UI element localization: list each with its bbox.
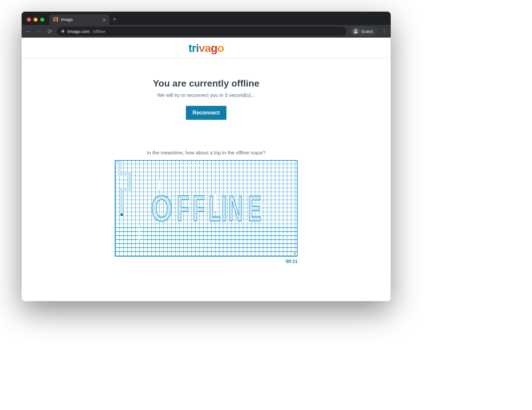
forward-button[interactable]: → (36, 28, 42, 34)
maze-letter: O (151, 190, 173, 227)
browser-chrome: trivago ✕ + ← → ⟳ trivago.com/offline Gu… (22, 12, 391, 38)
maze-timer: 00:11 (115, 259, 298, 264)
maze-trail (120, 187, 123, 214)
menu-button[interactable]: ⋮ (381, 28, 387, 35)
window-zoom-button[interactable] (40, 18, 44, 22)
maze-letter: I (221, 190, 228, 227)
maze-gap (265, 174, 266, 189)
window-controls (24, 18, 48, 25)
maze-container: OFFLINE 00:11 (115, 160, 298, 264)
reconnect-button[interactable]: Reconnect (186, 106, 226, 120)
tab-close-button[interactable]: ✕ (102, 18, 106, 22)
offline-heading: You are currently offline (28, 78, 384, 89)
maze-gap (242, 221, 255, 222)
site-header: trivago (22, 38, 391, 58)
maze-letter: F (177, 190, 190, 227)
maze-goal (294, 253, 296, 255)
offline-panel: You are currently offline We will try to… (22, 58, 391, 126)
maze-letter: F (193, 190, 206, 227)
maze-word: OFFLINE (115, 161, 297, 256)
maze-player (120, 213, 123, 216)
maze-gap (159, 180, 160, 189)
maze-gap (252, 204, 268, 205)
page-content: trivago You are currently offline We wil… (22, 38, 391, 301)
tab-bar: trivago ✕ + (22, 12, 391, 25)
maze-gap (182, 165, 202, 166)
maze-gap (215, 194, 216, 211)
offline-maze[interactable]: OFFLINE (115, 160, 298, 257)
avatar-icon (352, 28, 359, 35)
maze-gap (139, 227, 140, 241)
maze-gap (135, 168, 143, 169)
profile-label: Guest (361, 29, 373, 34)
reload-button[interactable]: ⟳ (46, 28, 53, 35)
logo-part: tri (189, 42, 199, 54)
maze-gap (282, 234, 294, 235)
trivago-logo: trivago (189, 42, 224, 54)
window-minimize-button[interactable] (34, 18, 38, 22)
new-tab-button[interactable]: + (109, 16, 120, 25)
svg-point-0 (355, 30, 357, 31)
maze-intro-text: In the meantime, how about a trip in the… (22, 150, 391, 155)
url-input[interactable]: trivago.com/offline (57, 27, 346, 36)
maze-gap (195, 244, 215, 245)
browser-window: trivago ✕ + ← → ⟳ trivago.com/offline Gu… (22, 12, 391, 301)
offline-message: We will try to reconnect you in 3 second… (28, 92, 384, 98)
favicon-icon (53, 17, 58, 22)
profile-button[interactable]: Guest (350, 27, 377, 36)
logo-part: g (211, 42, 217, 54)
window-close-button[interactable] (27, 18, 31, 22)
tab-title: trivago (61, 17, 100, 22)
logo-part: va (199, 42, 211, 54)
url-path: /offline (92, 29, 105, 34)
lock-icon (61, 29, 65, 34)
address-bar: ← → ⟳ trivago.com/offline Guest ⋮ (22, 25, 391, 38)
url-domain: trivago.com (67, 29, 90, 34)
back-button[interactable]: ← (25, 28, 32, 34)
logo-part: o (217, 42, 224, 54)
browser-tab[interactable]: trivago ✕ (50, 14, 109, 25)
